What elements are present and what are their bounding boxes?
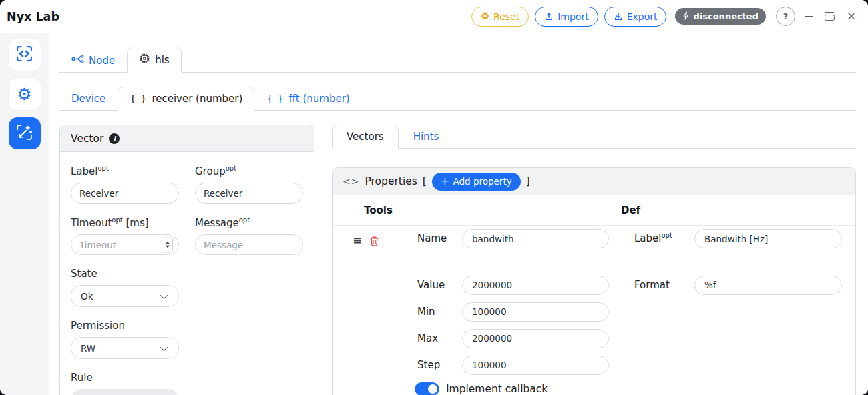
lightning-icon [682,11,690,22]
tab-hints[interactable]: Hints [399,125,454,148]
format-row: Format [634,272,855,298]
braces-icon: { } [266,93,284,104]
main-area: Node hls Device { } receiver (number) { … [49,33,868,395]
step-row: Step [407,352,619,378]
format-input[interactable] [694,276,842,295]
chevron-down-icon [160,343,168,350]
permission-field: Permission RW [71,316,179,359]
column-header-def: Def [621,204,640,216]
timeout-input-wrap [71,234,179,255]
reset-button[interactable]: ♻ Reset [471,7,529,27]
property-row: ≡ Name Value [333,226,855,395]
step-input[interactable] [462,356,609,375]
app-window: Nyx Lab ♻ Reset Import Export [0,0,868,395]
close-button[interactable]: ✕ [844,9,859,24]
import-button-label: Import [558,11,588,22]
properties-columns-header: Tools Def [333,195,855,226]
tab-device[interactable]: Device [59,87,118,110]
download-icon [614,12,623,21]
permission-select[interactable]: RW [71,337,179,359]
status-badge: disconnected [675,8,766,25]
implement-callback-label: Implement callback [446,383,548,395]
upload-icon [544,12,554,21]
label-field-label: Labelopt [71,165,179,177]
permission-select-value: RW [81,343,95,354]
drag-handle-icon[interactable]: ≡ [353,235,362,246]
max-label: Max [407,329,462,348]
info-icon: i [109,133,120,144]
label-field: Labelopt [71,161,179,204]
code-icon: <> [343,176,359,187]
min-row: Min [407,298,619,325]
message-field-label: Messageopt [195,216,303,229]
secondary-tabbar: Device { } receiver (number) { } fft (nu… [59,87,856,111]
trash-icon [369,236,379,246]
def-label-row: Labelopt [634,226,855,272]
tab-vectors[interactable]: Vectors [332,125,399,149]
export-button-label: Export [627,11,658,22]
tab-hls-label: hls [155,54,170,66]
recycle-icon: ♻ [481,11,489,21]
value-label: Value [407,276,462,295]
content-panes: Vector i Labelopt Groupopt Timeoutopt [m… [59,125,856,395]
sidebar-button-wizard[interactable] [9,117,41,149]
vector-panel: Vector i Labelopt Groupopt Timeoutopt [m… [59,125,314,395]
name-input[interactable] [462,229,609,248]
delete-property-button[interactable] [369,236,379,246]
node-icon [71,54,84,67]
maximize-button[interactable] [822,9,837,24]
bracket-close: ] [526,175,530,187]
property-row-def-fields: Labelopt Format [634,226,855,395]
tab-fft[interactable]: { } fft (number) [254,87,361,110]
sidebar: ⚙ [0,33,49,395]
primary-tabbar: Node hls [59,47,856,73]
titlebar-actions: ♻ Reset Import Export disconnected [471,7,859,27]
format-label: Format [634,278,694,292]
timeout-field: Timeoutopt [ms] [71,212,179,255]
group-input[interactable] [195,183,303,204]
export-button[interactable]: Export [604,7,667,27]
properties-card-header: <> Properties [ + Add property ] [333,168,855,195]
name-label: Name [407,229,462,248]
tab-vectors-label: Vectors [347,131,384,143]
message-input[interactable] [195,234,303,255]
message-field: Messageopt [195,212,303,255]
tab-node[interactable]: Node [59,48,127,72]
rule-select[interactable]: One of many [71,389,179,395]
bracket-open: [ [423,175,427,187]
tab-receiver[interactable]: { } receiver (number) [118,87,254,111]
code-scan-icon [15,45,33,65]
chevron-down-icon [160,291,168,298]
def-label-label: Labelopt [634,229,694,245]
max-input[interactable] [462,329,609,348]
min-input[interactable] [462,302,609,322]
implement-callback-toggle[interactable] [415,382,439,395]
right-tabbar: Vectors Hints [332,125,856,149]
timeout-field-label: Timeoutopt [ms] [71,216,179,229]
label-input[interactable] [71,183,179,204]
add-property-button[interactable]: + Add property [432,173,521,191]
properties-title: Properties [365,175,417,187]
magic-wand-icon [15,123,33,143]
sidebar-button-code-scan[interactable] [9,39,41,71]
rule-field-label: Rule [71,372,179,384]
permission-field-label: Permission [71,320,179,332]
rule-field: Rule One of many [71,368,179,395]
tab-device-label: Device [71,93,105,105]
sidebar-button-settings[interactable]: ⚙ [9,78,41,110]
tab-fft-label: fft (number) [288,93,349,105]
column-header-tools: Tools [364,204,393,216]
import-button[interactable]: Import [535,7,598,27]
def-label-input[interactable] [694,229,842,248]
help-button[interactable]: ? [776,7,795,26]
minimize-button[interactable] [801,9,816,24]
state-select[interactable]: Ok [71,285,179,307]
tab-hls[interactable]: hls [127,47,182,73]
gear-icon: ⚙ [17,86,31,103]
value-row: Value [407,272,619,298]
max-row: Max [407,325,619,352]
tab-node-label: Node [89,55,115,67]
number-stepper[interactable] [162,237,173,252]
callback-row: Implement callback [407,378,619,395]
value-input[interactable] [462,276,609,295]
